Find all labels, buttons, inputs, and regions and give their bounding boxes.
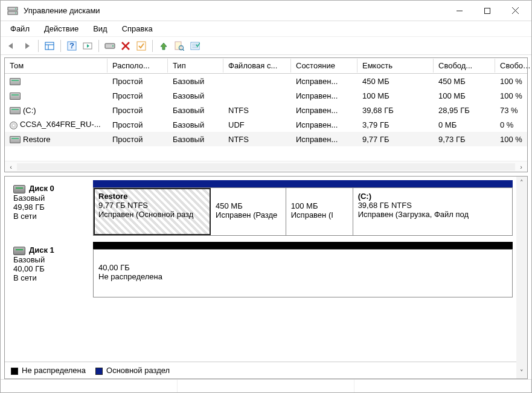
forward-button[interactable]: [20, 39, 34, 53]
toolbar: ?: [1, 37, 531, 55]
volume-row[interactable]: (C:)ПростойБазовыйNTFSИсправен...39,68 Г…: [5, 103, 527, 117]
cell-status: Исправен...: [291, 119, 357, 131]
cell-free: 0 МБ: [434, 119, 495, 131]
menu-bar: Файл Действие Вид Справка: [1, 21, 531, 37]
cell-free: 28,95 ГБ: [434, 105, 495, 116]
disk-info[interactable]: Диск 1 Базовый 40,00 ГБ В сети: [8, 242, 93, 297]
volume-list: Том Располо... Тип Файловая с... Состоян…: [4, 57, 528, 172]
back-button[interactable]: [4, 39, 19, 53]
scroll-left-icon[interactable]: ‹: [6, 162, 16, 172]
partition[interactable]: Restore9,77 ГБ NTFSИсправен (Основной ра…: [94, 188, 211, 235]
cell-fs: NTFS: [223, 105, 291, 116]
cell-status: Исправен...: [291, 90, 357, 102]
menu-view[interactable]: Вид: [86, 21, 115, 36]
partition[interactable]: 40,00 ГБНе распределена: [94, 250, 512, 297]
status-bar: [1, 379, 531, 392]
col-layout[interactable]: Располо...: [107, 59, 168, 73]
legend: Не распределенаОсновной раздел: [5, 362, 516, 378]
col-capacity[interactable]: Емкость: [357, 59, 434, 73]
refresh-icon[interactable]: [80, 39, 95, 53]
menu-help[interactable]: Справка: [115, 21, 160, 36]
volume-row[interactable]: RestoreПростойБазовыйNTFSИсправен...9,77…: [5, 132, 527, 146]
legend-swatch: [11, 368, 18, 375]
legend-swatch: [95, 368, 103, 375]
disk-info[interactable]: Диск 0 Базовый 49,98 ГБ В сети: [8, 180, 93, 236]
cell-layout: Простой: [107, 90, 168, 102]
delete-icon[interactable]: [118, 39, 133, 53]
disk-row: Диск 1 Базовый 40,00 ГБ В сети40,00 ГБНе…: [8, 242, 513, 297]
list-check-icon[interactable]: [188, 39, 202, 53]
partition-size: 450 МБ: [216, 201, 281, 210]
cell-status: Исправен...: [291, 134, 357, 145]
legend-item: Не распределена: [11, 366, 86, 375]
separator: [60, 40, 61, 52]
layout-icon[interactable]: [42, 39, 57, 53]
cell-layout: Простой: [107, 76, 168, 87]
disk-type: Базовый: [13, 255, 88, 264]
disk-icon: [13, 185, 25, 193]
partition-status: Исправен (I: [291, 210, 348, 219]
cell-fs: [223, 80, 291, 82]
svg-point-3: [15, 12, 16, 13]
volume-row[interactable]: ПростойБазовыйИсправен...100 МБ100 МБ100…: [5, 88, 527, 103]
legend-label: Основной раздел: [106, 366, 170, 375]
cell-type: Базовый: [168, 105, 223, 116]
scroll-right-icon[interactable]: ›: [516, 162, 526, 172]
partition-status: Исправен (Основной разд: [98, 210, 205, 219]
menu-file[interactable]: Файл: [3, 21, 37, 36]
volume-row[interactable]: ПростойБазовыйИсправен...450 МБ450 МБ100…: [5, 74, 527, 88]
disk-icon: [13, 247, 25, 255]
col-type[interactable]: Тип: [168, 59, 223, 73]
minimize-button[interactable]: [446, 2, 473, 20]
partition-title: Restore: [98, 192, 205, 201]
disk-map: Диск 0 Базовый 49,98 ГБ В сетиRestore9,7…: [4, 176, 528, 379]
client-area: Том Располо... Тип Файловая с... Состоян…: [1, 55, 531, 379]
up-icon[interactable]: [156, 39, 171, 53]
partition-status: Не распределена: [98, 272, 507, 281]
maximize-button[interactable]: [473, 2, 501, 20]
cell-status: Исправен...: [291, 105, 357, 116]
disk-type: Базовый: [13, 193, 88, 203]
col-fs[interactable]: Файловая с...: [223, 59, 291, 73]
col-status[interactable]: Состояние: [291, 59, 357, 73]
close-button[interactable]: [501, 2, 529, 20]
col-volume[interactable]: Том: [5, 59, 107, 73]
cell-type: Базовый: [168, 76, 223, 87]
svg-rect-8: [45, 42, 54, 50]
cell-freepct: 100 %: [495, 76, 527, 87]
svg-point-2: [15, 8, 16, 9]
scroll-down-icon[interactable]: ˅: [517, 368, 527, 377]
volume-icon: [10, 78, 21, 85]
cell-status: Исправен...: [291, 76, 357, 87]
partition[interactable]: (C:)39,68 ГБ NTFSИсправен (Загрузка, Фай…: [353, 188, 512, 235]
vertical-scrollbar[interactable]: ˄ ˅: [516, 177, 527, 378]
check-icon[interactable]: [134, 39, 149, 53]
cell-capacity: 9,77 ГБ: [357, 134, 434, 145]
menu-action[interactable]: Действие: [37, 21, 86, 36]
disk-color-bar: [93, 180, 513, 187]
col-free[interactable]: Свобод...: [434, 59, 495, 73]
search-icon[interactable]: [172, 39, 187, 53]
disk-name: Диск 1: [29, 245, 54, 255]
cell-capacity: 3,79 ГБ: [357, 119, 434, 131]
disk-status: В сети: [13, 273, 88, 282]
volume-icon: [10, 93, 21, 100]
partition-status: Исправен (Разде: [216, 210, 281, 219]
drive-icon[interactable]: [103, 39, 117, 53]
svg-line-21: [183, 49, 185, 51]
col-freepct[interactable]: Свобод...: [495, 59, 531, 73]
legend-item: Основной раздел: [95, 366, 170, 375]
volume-icon: [10, 122, 18, 129]
disk-size: 40,00 ГБ: [13, 264, 88, 273]
cell-type: Базовый: [168, 90, 223, 102]
partition[interactable]: 450 МБИсправен (Разде: [211, 188, 286, 235]
help-icon[interactable]: ?: [65, 39, 79, 53]
cell-type: Базовый: [168, 119, 223, 131]
horizontal-scrollbar[interactable]: ‹ ›: [5, 161, 527, 172]
partition[interactable]: 100 МБИсправен (I: [286, 188, 353, 235]
cell-layout: Простой: [107, 105, 168, 116]
volume-row[interactable]: CCSA_X64FRE_RU-...ПростойБазовыйUDFИспра…: [5, 117, 527, 132]
separator: [98, 40, 99, 52]
partition-size: 100 МБ: [291, 201, 348, 210]
scroll-up-icon[interactable]: ˄: [517, 178, 527, 187]
